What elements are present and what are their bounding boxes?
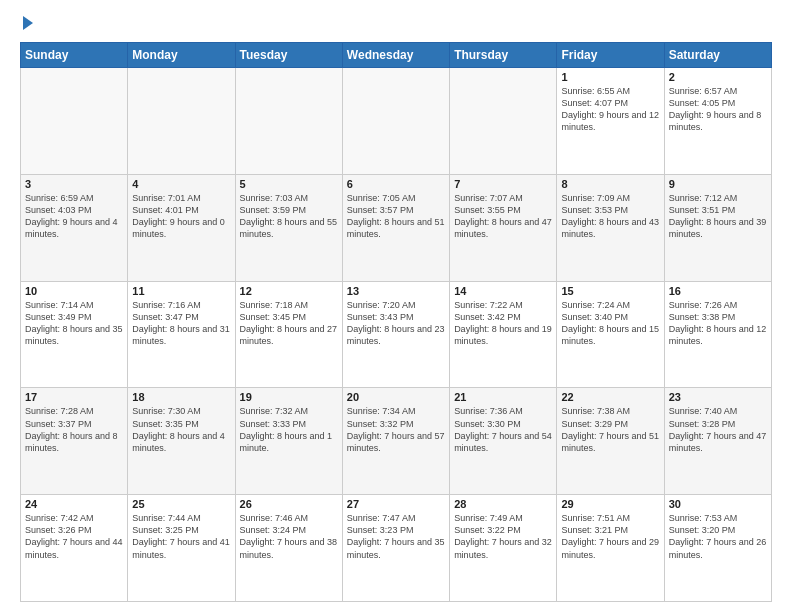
day-number: 29 bbox=[561, 498, 659, 510]
calendar-cell: 17Sunrise: 7:28 AM Sunset: 3:37 PM Dayli… bbox=[21, 388, 128, 495]
calendar-header-sunday: Sunday bbox=[21, 43, 128, 68]
calendar-cell: 2Sunrise: 6:57 AM Sunset: 4:05 PM Daylig… bbox=[664, 68, 771, 175]
calendar-cell: 16Sunrise: 7:26 AM Sunset: 3:38 PM Dayli… bbox=[664, 281, 771, 388]
day-number: 26 bbox=[240, 498, 338, 510]
calendar-header-row: SundayMondayTuesdayWednesdayThursdayFrid… bbox=[21, 43, 772, 68]
day-number: 17 bbox=[25, 391, 123, 403]
day-number: 27 bbox=[347, 498, 445, 510]
day-info: Sunrise: 7:30 AM Sunset: 3:35 PM Dayligh… bbox=[132, 405, 230, 454]
calendar-cell: 15Sunrise: 7:24 AM Sunset: 3:40 PM Dayli… bbox=[557, 281, 664, 388]
calendar-cell bbox=[235, 68, 342, 175]
day-number: 22 bbox=[561, 391, 659, 403]
day-number: 11 bbox=[132, 285, 230, 297]
day-number: 6 bbox=[347, 178, 445, 190]
calendar-cell: 20Sunrise: 7:34 AM Sunset: 3:32 PM Dayli… bbox=[342, 388, 449, 495]
day-number: 10 bbox=[25, 285, 123, 297]
calendar: SundayMondayTuesdayWednesdayThursdayFrid… bbox=[20, 42, 772, 602]
day-number: 23 bbox=[669, 391, 767, 403]
calendar-cell bbox=[342, 68, 449, 175]
calendar-header-wednesday: Wednesday bbox=[342, 43, 449, 68]
day-info: Sunrise: 7:32 AM Sunset: 3:33 PM Dayligh… bbox=[240, 405, 338, 454]
day-number: 1 bbox=[561, 71, 659, 83]
day-number: 4 bbox=[132, 178, 230, 190]
calendar-body: 1Sunrise: 6:55 AM Sunset: 4:07 PM Daylig… bbox=[21, 68, 772, 602]
day-info: Sunrise: 7:05 AM Sunset: 3:57 PM Dayligh… bbox=[347, 192, 445, 241]
calendar-cell: 10Sunrise: 7:14 AM Sunset: 3:49 PM Dayli… bbox=[21, 281, 128, 388]
calendar-cell: 14Sunrise: 7:22 AM Sunset: 3:42 PM Dayli… bbox=[450, 281, 557, 388]
logo bbox=[20, 16, 33, 32]
day-info: Sunrise: 7:03 AM Sunset: 3:59 PM Dayligh… bbox=[240, 192, 338, 241]
day-number: 13 bbox=[347, 285, 445, 297]
day-info: Sunrise: 7:46 AM Sunset: 3:24 PM Dayligh… bbox=[240, 512, 338, 561]
day-number: 8 bbox=[561, 178, 659, 190]
calendar-cell: 12Sunrise: 7:18 AM Sunset: 3:45 PM Dayli… bbox=[235, 281, 342, 388]
calendar-cell: 22Sunrise: 7:38 AM Sunset: 3:29 PM Dayli… bbox=[557, 388, 664, 495]
day-info: Sunrise: 7:26 AM Sunset: 3:38 PM Dayligh… bbox=[669, 299, 767, 348]
calendar-cell: 30Sunrise: 7:53 AM Sunset: 3:20 PM Dayli… bbox=[664, 495, 771, 602]
calendar-week-row: 1Sunrise: 6:55 AM Sunset: 4:07 PM Daylig… bbox=[21, 68, 772, 175]
calendar-header-thursday: Thursday bbox=[450, 43, 557, 68]
calendar-cell: 27Sunrise: 7:47 AM Sunset: 3:23 PM Dayli… bbox=[342, 495, 449, 602]
calendar-cell: 4Sunrise: 7:01 AM Sunset: 4:01 PM Daylig… bbox=[128, 174, 235, 281]
calendar-week-row: 17Sunrise: 7:28 AM Sunset: 3:37 PM Dayli… bbox=[21, 388, 772, 495]
day-number: 9 bbox=[669, 178, 767, 190]
calendar-header-saturday: Saturday bbox=[664, 43, 771, 68]
day-number: 28 bbox=[454, 498, 552, 510]
day-number: 30 bbox=[669, 498, 767, 510]
day-number: 24 bbox=[25, 498, 123, 510]
calendar-cell: 3Sunrise: 6:59 AM Sunset: 4:03 PM Daylig… bbox=[21, 174, 128, 281]
day-info: Sunrise: 7:38 AM Sunset: 3:29 PM Dayligh… bbox=[561, 405, 659, 454]
day-number: 12 bbox=[240, 285, 338, 297]
day-number: 19 bbox=[240, 391, 338, 403]
calendar-cell bbox=[450, 68, 557, 175]
calendar-cell: 19Sunrise: 7:32 AM Sunset: 3:33 PM Dayli… bbox=[235, 388, 342, 495]
calendar-cell: 7Sunrise: 7:07 AM Sunset: 3:55 PM Daylig… bbox=[450, 174, 557, 281]
day-number: 14 bbox=[454, 285, 552, 297]
calendar-week-row: 10Sunrise: 7:14 AM Sunset: 3:49 PM Dayli… bbox=[21, 281, 772, 388]
calendar-cell bbox=[21, 68, 128, 175]
calendar-cell: 24Sunrise: 7:42 AM Sunset: 3:26 PM Dayli… bbox=[21, 495, 128, 602]
day-number: 16 bbox=[669, 285, 767, 297]
calendar-cell: 28Sunrise: 7:49 AM Sunset: 3:22 PM Dayli… bbox=[450, 495, 557, 602]
calendar-header-tuesday: Tuesday bbox=[235, 43, 342, 68]
day-number: 20 bbox=[347, 391, 445, 403]
calendar-cell: 18Sunrise: 7:30 AM Sunset: 3:35 PM Dayli… bbox=[128, 388, 235, 495]
day-info: Sunrise: 7:44 AM Sunset: 3:25 PM Dayligh… bbox=[132, 512, 230, 561]
calendar-cell: 5Sunrise: 7:03 AM Sunset: 3:59 PM Daylig… bbox=[235, 174, 342, 281]
day-info: Sunrise: 7:24 AM Sunset: 3:40 PM Dayligh… bbox=[561, 299, 659, 348]
day-info: Sunrise: 7:20 AM Sunset: 3:43 PM Dayligh… bbox=[347, 299, 445, 348]
day-info: Sunrise: 7:42 AM Sunset: 3:26 PM Dayligh… bbox=[25, 512, 123, 561]
day-number: 15 bbox=[561, 285, 659, 297]
day-info: Sunrise: 7:53 AM Sunset: 3:20 PM Dayligh… bbox=[669, 512, 767, 561]
calendar-header-friday: Friday bbox=[557, 43, 664, 68]
day-info: Sunrise: 7:36 AM Sunset: 3:30 PM Dayligh… bbox=[454, 405, 552, 454]
calendar-cell: 29Sunrise: 7:51 AM Sunset: 3:21 PM Dayli… bbox=[557, 495, 664, 602]
day-info: Sunrise: 7:40 AM Sunset: 3:28 PM Dayligh… bbox=[669, 405, 767, 454]
day-info: Sunrise: 7:22 AM Sunset: 3:42 PM Dayligh… bbox=[454, 299, 552, 348]
day-info: Sunrise: 6:59 AM Sunset: 4:03 PM Dayligh… bbox=[25, 192, 123, 241]
header bbox=[20, 16, 772, 32]
day-info: Sunrise: 6:55 AM Sunset: 4:07 PM Dayligh… bbox=[561, 85, 659, 134]
day-info: Sunrise: 7:01 AM Sunset: 4:01 PM Dayligh… bbox=[132, 192, 230, 241]
calendar-week-row: 3Sunrise: 6:59 AM Sunset: 4:03 PM Daylig… bbox=[21, 174, 772, 281]
calendar-cell: 26Sunrise: 7:46 AM Sunset: 3:24 PM Dayli… bbox=[235, 495, 342, 602]
calendar-week-row: 24Sunrise: 7:42 AM Sunset: 3:26 PM Dayli… bbox=[21, 495, 772, 602]
day-number: 21 bbox=[454, 391, 552, 403]
day-info: Sunrise: 7:16 AM Sunset: 3:47 PM Dayligh… bbox=[132, 299, 230, 348]
day-number: 5 bbox=[240, 178, 338, 190]
calendar-cell: 11Sunrise: 7:16 AM Sunset: 3:47 PM Dayli… bbox=[128, 281, 235, 388]
day-info: Sunrise: 7:51 AM Sunset: 3:21 PM Dayligh… bbox=[561, 512, 659, 561]
day-info: Sunrise: 7:34 AM Sunset: 3:32 PM Dayligh… bbox=[347, 405, 445, 454]
day-info: Sunrise: 7:09 AM Sunset: 3:53 PM Dayligh… bbox=[561, 192, 659, 241]
day-info: Sunrise: 7:49 AM Sunset: 3:22 PM Dayligh… bbox=[454, 512, 552, 561]
calendar-cell: 23Sunrise: 7:40 AM Sunset: 3:28 PM Dayli… bbox=[664, 388, 771, 495]
day-info: Sunrise: 7:14 AM Sunset: 3:49 PM Dayligh… bbox=[25, 299, 123, 348]
day-info: Sunrise: 7:47 AM Sunset: 3:23 PM Dayligh… bbox=[347, 512, 445, 561]
day-number: 25 bbox=[132, 498, 230, 510]
day-number: 2 bbox=[669, 71, 767, 83]
page: SundayMondayTuesdayWednesdayThursdayFrid… bbox=[0, 0, 792, 612]
day-info: Sunrise: 7:07 AM Sunset: 3:55 PM Dayligh… bbox=[454, 192, 552, 241]
calendar-cell bbox=[128, 68, 235, 175]
day-info: Sunrise: 7:18 AM Sunset: 3:45 PM Dayligh… bbox=[240, 299, 338, 348]
day-number: 7 bbox=[454, 178, 552, 190]
